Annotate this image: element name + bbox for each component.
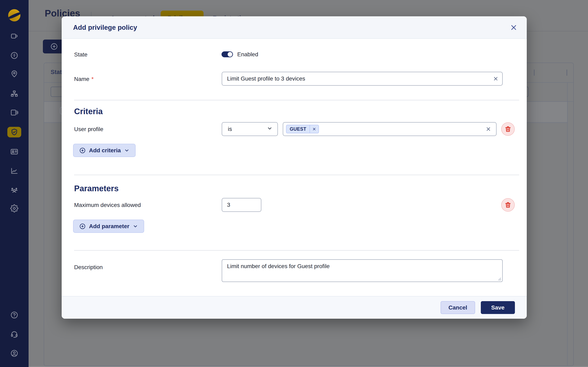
operator-value: is — [228, 126, 232, 132]
chip-label: GUEST — [286, 126, 310, 132]
chevron-down-icon — [124, 148, 130, 153]
section-divider — [74, 100, 519, 100]
location-pin-icon — [10, 70, 18, 78]
add-criteria-button[interactable]: Add criteria — [73, 144, 136, 157]
save-button[interactable]: Save — [481, 301, 515, 314]
user-circle-icon — [10, 349, 18, 358]
close-icon — [510, 24, 517, 31]
description-label: Description — [74, 264, 103, 271]
page-bottom-strip — [29, 366, 588, 367]
delete-parameter-button[interactable] — [501, 198, 515, 212]
close-button[interactable] — [509, 23, 518, 32]
description-textarea[interactable]: Limit number of devices for Guest profil… — [222, 259, 503, 282]
screen: Policies Access control Privileges Regis… — [0, 0, 588, 367]
state-label: State — [74, 51, 87, 58]
section-divider — [74, 175, 519, 175]
name-label: Name* — [74, 76, 94, 82]
required-marker: * — [91, 76, 94, 82]
add-parameter-button[interactable]: Add parameter — [73, 220, 144, 233]
sidebar — [0, 0, 29, 367]
modal-header: Add privilege policy — [62, 16, 527, 39]
kiosk-icon — [10, 108, 18, 117]
sidebar-item-location[interactable] — [0, 67, 29, 81]
sidebar-item-mug[interactable] — [0, 29, 29, 43]
column-header-state: Stat — [51, 69, 62, 75]
add-criteria-label: Add criteria — [89, 147, 121, 154]
users-icon — [10, 186, 18, 194]
trash-icon — [504, 201, 511, 208]
modal-footer: Cancel Save — [62, 296, 527, 319]
chip-remove-icon[interactable] — [310, 125, 319, 133]
sidebar-item-kiosk[interactable] — [0, 106, 29, 119]
help-circle-icon — [10, 311, 18, 319]
name-label-text: Name — [74, 76, 89, 82]
chevron-down-icon — [267, 125, 273, 133]
operator-select[interactable]: is — [222, 122, 278, 136]
section-divider — [74, 250, 519, 250]
max-devices-input[interactable] — [222, 198, 261, 212]
guest-chip: GUEST — [286, 125, 319, 133]
sidebar-item-gauge[interactable] — [0, 49, 29, 62]
add-privilege-policy-modal: Add privilege policy State Enabled Name*… — [62, 16, 527, 319]
add-parameter-label: Add parameter — [89, 223, 130, 230]
user-profile-label: User profile — [74, 126, 103, 133]
multiselect-clear-icon[interactable] — [485, 125, 492, 133]
max-devices-label: Maximum devices allowed — [74, 202, 141, 208]
column-separator — [534, 69, 535, 76]
gear-icon — [10, 204, 18, 212]
name-clear-icon[interactable] — [492, 75, 499, 82]
sidebar-item-help[interactable] — [0, 308, 29, 322]
plus-circle-icon — [79, 147, 86, 154]
column-gutter — [567, 82, 568, 366]
state-toggle[interactable] — [222, 51, 233, 57]
app-logo[interactable] — [8, 9, 20, 21]
sidebar-item-analytics[interactable] — [0, 164, 29, 178]
shield-check-icon — [10, 128, 18, 136]
cancel-button[interactable]: Cancel — [441, 301, 475, 314]
trash-icon — [504, 125, 511, 133]
toggle-knob — [228, 52, 232, 57]
id-card-icon — [10, 148, 18, 156]
sidebar-item-account[interactable] — [0, 346, 29, 360]
sidebar-item-support[interactable] — [0, 327, 29, 341]
sidebar-item-settings[interactable] — [0, 201, 29, 215]
sidebar-item-users[interactable] — [0, 183, 29, 197]
column-separator — [567, 69, 567, 76]
headset-icon — [10, 330, 18, 338]
gauge-icon — [10, 51, 18, 59]
line-chart-icon — [10, 167, 18, 175]
plus-circle-icon — [79, 223, 86, 230]
parameters-heading: Parameters — [74, 184, 119, 193]
mug-icon — [10, 32, 18, 40]
sidebar-item-network[interactable] — [0, 87, 29, 101]
chevron-down-icon — [133, 224, 138, 229]
name-input[interactable] — [222, 72, 503, 86]
sidebar-item-privileges[interactable] — [7, 127, 21, 137]
delete-criteria-button[interactable] — [501, 122, 515, 136]
plus-circle-icon — [50, 43, 58, 50]
state-value: Enabled — [237, 51, 258, 57]
user-profile-multiselect[interactable]: GUEST — [283, 122, 497, 136]
network-icon — [10, 90, 18, 98]
modal-title: Add privilege policy — [73, 16, 137, 39]
sidebar-item-id-card[interactable] — [0, 145, 29, 159]
criteria-heading: Criteria — [74, 107, 103, 116]
